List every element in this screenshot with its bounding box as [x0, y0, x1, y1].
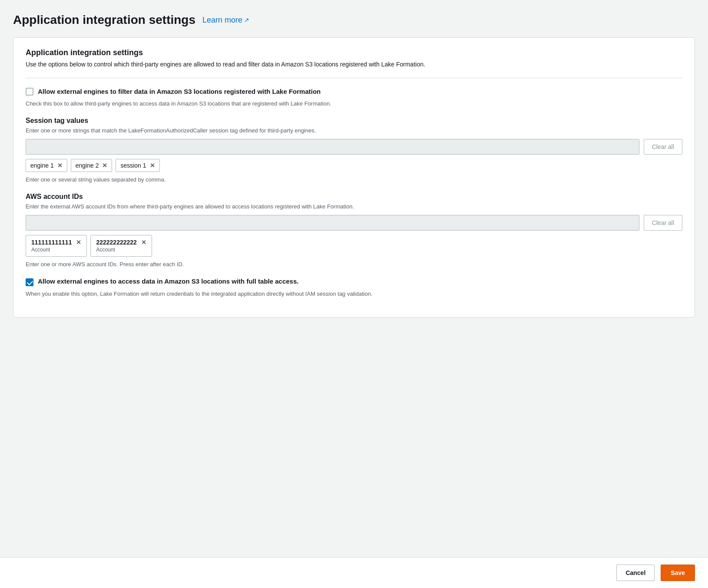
- session-tag-hint: Enter one or more strings that match the…: [26, 126, 682, 135]
- aws-account-ids-section: AWS account IDs Enter the external AWS a…: [26, 193, 682, 269]
- account-label: Account: [31, 247, 81, 253]
- divider: [26, 78, 682, 78]
- tag-close-icon[interactable]: ✕: [150, 162, 155, 169]
- page-title: Application integration settings: [13, 13, 195, 27]
- account-id: 111111111111: [31, 239, 72, 246]
- session-tag-bottom-hint: Enter one or several string values separ…: [26, 175, 682, 184]
- card-header: Application integration settings Use the…: [26, 48, 682, 69]
- session-tag-section: Session tag values Enter one or more str…: [26, 117, 682, 184]
- aws-account-ids-input-row: Clear all: [26, 215, 682, 231]
- list-item: 222222222222 ✕ Account: [90, 235, 152, 257]
- page-title-row: Application integration settings Learn m…: [13, 13, 695, 27]
- list-item: engine 2 ✕: [71, 159, 112, 172]
- allow-external-engines-hint: Check this box to allow third-party engi…: [26, 99, 682, 108]
- session-tags-row: engine 1 ✕ engine 2 ✕ session 1 ✕: [26, 159, 682, 172]
- full-table-access-row: Allow external engines to access data in…: [26, 277, 682, 286]
- aws-account-ids-bottom-hint: Enter one or more AWS account IDs. Press…: [26, 260, 682, 269]
- aws-account-ids-hint: Enter the external AWS account IDs from …: [26, 202, 682, 211]
- list-item: 111111111111 ✕ Account: [26, 235, 87, 257]
- save-button[interactable]: Save: [661, 565, 695, 581]
- session-tag-clear-all-button[interactable]: Clear all: [644, 139, 682, 155]
- session-tag-input[interactable]: [26, 139, 639, 155]
- tag-close-icon[interactable]: ✕: [141, 239, 146, 246]
- allow-external-engines-checkbox[interactable]: [26, 88, 33, 96]
- tag-label: engine 2: [76, 162, 99, 169]
- external-link-icon: ↗: [244, 17, 249, 23]
- footer-spacer: [13, 328, 695, 363]
- aws-account-ids-input[interactable]: [26, 215, 639, 231]
- full-table-access-checkbox[interactable]: [26, 278, 33, 286]
- cancel-button[interactable]: Cancel: [616, 565, 655, 581]
- account-id: 222222222222: [96, 239, 136, 246]
- account-tag-top: 222222222222 ✕: [96, 239, 146, 246]
- session-tag-title: Session tag values: [26, 117, 682, 125]
- tag-close-icon[interactable]: ✕: [76, 239, 81, 246]
- allow-external-engines-section: Allow external engines to filter data in…: [26, 87, 682, 108]
- account-label: Account: [96, 247, 146, 253]
- allow-external-engines-row: Allow external engines to filter data in…: [26, 87, 682, 96]
- tag-close-icon[interactable]: ✕: [57, 162, 63, 169]
- main-card: Application integration settings Use the…: [13, 37, 695, 317]
- aws-account-ids-title: AWS account IDs: [26, 193, 682, 201]
- full-table-access-section: Allow external engines to access data in…: [26, 277, 682, 298]
- account-tags-row: 111111111111 ✕ Account 222222222222 ✕ Ac…: [26, 235, 682, 257]
- full-table-access-hint: When you enable this option, Lake Format…: [26, 290, 682, 298]
- tag-close-icon[interactable]: ✕: [102, 162, 107, 169]
- full-table-access-label[interactable]: Allow external engines to access data in…: [38, 277, 298, 285]
- tag-label: engine 1: [30, 162, 54, 169]
- card-title: Application integration settings: [26, 48, 682, 57]
- aws-account-ids-clear-all-button[interactable]: Clear all: [644, 215, 682, 231]
- account-tag-top: 111111111111 ✕: [31, 239, 81, 246]
- list-item: session 1 ✕: [116, 159, 159, 172]
- learn-more-label: Learn more: [202, 16, 242, 25]
- card-description: Use the options below to control which t…: [26, 60, 682, 69]
- session-tag-input-row: Clear all: [26, 139, 682, 155]
- allow-external-engines-label[interactable]: Allow external engines to filter data in…: [38, 87, 321, 96]
- list-item: engine 1 ✕: [26, 159, 67, 172]
- learn-more-link[interactable]: Learn more ↗: [202, 16, 249, 25]
- tag-label: session 1: [120, 162, 146, 169]
- footer-bar: Cancel Save: [0, 557, 708, 588]
